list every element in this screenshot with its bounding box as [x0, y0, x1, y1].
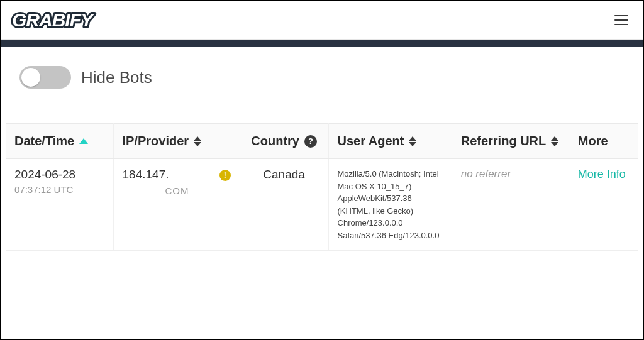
- brand-logo[interactable]: GRABIFY: [11, 9, 109, 31]
- col-ref-label: Referring URL: [461, 134, 547, 148]
- help-icon[interactable]: ?: [304, 135, 317, 148]
- hide-bots-toggle[interactable]: [19, 66, 71, 89]
- cell-ip: 184.147. ! COM: [113, 159, 240, 251]
- top-bar: GRABIFY: [1, 1, 643, 40]
- col-date[interactable]: Date/Time: [6, 124, 113, 159]
- sort-icon: [194, 136, 201, 146]
- ref-value: no referrer: [461, 168, 511, 180]
- table-header-row: Date/Time IP/Provider Country? User Agen…: [6, 124, 638, 159]
- cell-country: Canada: [240, 159, 328, 251]
- ua-value: Mozilla/5.0 (Macintosh; Intel Mac OS X 1…: [338, 169, 440, 240]
- sort-asc-icon: [79, 138, 88, 144]
- more-info-link[interactable]: More Info: [578, 168, 626, 180]
- sort-icon: [409, 136, 416, 146]
- toggle-knob: [21, 68, 40, 87]
- ip-value: 184.147.: [123, 168, 169, 182]
- col-ip-label: IP/Provider: [123, 134, 189, 148]
- hide-bots-row: Hide Bots: [6, 66, 638, 89]
- col-ip[interactable]: IP/Provider: [113, 124, 240, 159]
- col-ua[interactable]: User Agent: [328, 124, 452, 159]
- sort-icon: [551, 136, 558, 146]
- menu-icon[interactable]: [614, 15, 628, 25]
- brand-logo-text: GRABIFY: [12, 9, 95, 30]
- table-row: 2024-06-28 07:37:12 UTC 184.147. ! COM C…: [6, 159, 638, 251]
- date-value: 2024-06-28: [14, 168, 104, 182]
- country-value: Canada: [263, 168, 305, 181]
- hide-bots-label: Hide Bots: [81, 68, 152, 87]
- cell-date: 2024-06-28 07:37:12 UTC: [6, 159, 113, 251]
- warning-icon[interactable]: !: [219, 170, 231, 181]
- time-value: 07:37:12 UTC: [14, 184, 104, 195]
- col-country-label: Country: [251, 134, 299, 148]
- col-ua-label: User Agent: [338, 134, 404, 148]
- cell-ua: Mozilla/5.0 (Macintosh; Intel Mac OS X 1…: [328, 159, 452, 251]
- cell-ref: no referrer: [452, 159, 569, 251]
- col-ref[interactable]: Referring URL: [452, 124, 569, 159]
- provider-value: COM: [123, 185, 231, 196]
- col-date-label: Date/Time: [14, 134, 74, 148]
- app-window: GRABIFY Hide Bots Date/Time: [0, 0, 644, 340]
- col-more: More: [569, 124, 638, 159]
- cell-more: More Info: [569, 159, 638, 251]
- header-divider: [1, 40, 643, 47]
- main-content: Hide Bots Date/Time IP/Provider Country?: [1, 47, 643, 251]
- logs-table: Date/Time IP/Provider Country? User Agen…: [6, 123, 638, 251]
- col-country[interactable]: Country?: [240, 124, 328, 159]
- col-more-label: More: [578, 134, 608, 148]
